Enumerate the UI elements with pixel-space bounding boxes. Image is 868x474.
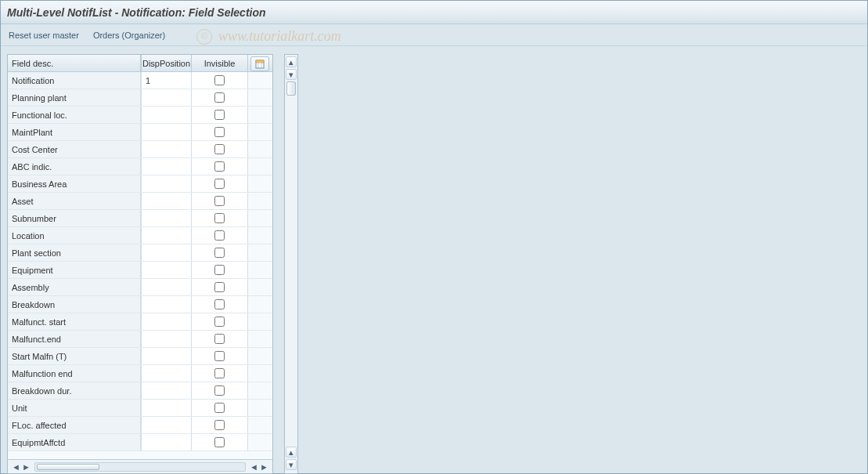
table-row[interactable]: Breakdown dur. xyxy=(8,382,272,400)
vertical-scrollbar[interactable]: ▴ ▾ ▴ ▾ xyxy=(284,54,298,474)
invisible-checkbox[interactable] xyxy=(214,282,225,292)
invisible-checkbox[interactable] xyxy=(214,144,225,154)
table-row[interactable]: Cost Center xyxy=(8,141,272,158)
invisible-checkbox[interactable] xyxy=(214,110,225,120)
table-row[interactable]: Unit xyxy=(8,400,272,417)
scroll-down-top-button[interactable]: ▾ xyxy=(286,69,297,80)
table-row[interactable]: Business Area xyxy=(8,175,272,193)
field-desc-cell[interactable]: Malfunct. start xyxy=(8,313,141,330)
table-row[interactable]: Equipment xyxy=(8,262,272,279)
field-desc-cell[interactable]: Breakdown xyxy=(8,296,141,313)
field-desc-cell[interactable]: Functional loc. xyxy=(8,107,141,123)
disp-position-cell[interactable] xyxy=(141,262,192,278)
invisible-checkbox[interactable] xyxy=(214,420,225,430)
field-desc-cell[interactable]: ABC indic. xyxy=(8,158,141,175)
disp-position-cell[interactable]: 1 xyxy=(141,72,192,89)
disp-position-cell[interactable] xyxy=(141,365,192,382)
field-desc-cell[interactable]: Malfunct.end xyxy=(8,331,141,347)
table-row[interactable]: Asset xyxy=(8,193,272,210)
field-desc-cell[interactable]: Equipment xyxy=(8,262,141,278)
field-desc-cell[interactable]: Unit xyxy=(8,400,141,416)
field-desc-cell[interactable]: FLoc. affected xyxy=(8,417,141,433)
disp-position-cell[interactable] xyxy=(141,193,192,209)
disp-position-cell[interactable] xyxy=(141,124,192,140)
invisible-checkbox[interactable] xyxy=(214,368,225,378)
invisible-checkbox[interactable] xyxy=(214,92,225,103)
disp-position-cell[interactable] xyxy=(141,417,192,433)
table-row[interactable]: Start Malfn (T) xyxy=(8,348,272,365)
invisible-checkbox[interactable] xyxy=(214,127,225,137)
table-row[interactable]: Functional loc. xyxy=(8,107,272,124)
field-desc-cell[interactable]: MaintPlant xyxy=(8,124,141,140)
scroll-up-bottom-button[interactable]: ▴ xyxy=(286,447,297,458)
h-scroll-track[interactable] xyxy=(34,462,246,472)
disp-position-cell[interactable] xyxy=(141,348,192,364)
field-desc-cell[interactable]: Plant section xyxy=(8,244,141,261)
col-header-field-desc[interactable]: Field desc. xyxy=(8,55,141,71)
disp-position-cell[interactable] xyxy=(141,382,192,399)
reset-user-master-button[interactable]: Reset user master xyxy=(9,31,79,40)
scroll-right-button[interactable]: ► xyxy=(259,461,269,472)
field-desc-cell[interactable]: Planning plant xyxy=(8,89,141,106)
scroll-right-inner-button[interactable]: ► xyxy=(21,461,31,472)
col-header-disp-position[interactable]: DispPosition xyxy=(141,55,192,71)
invisible-checkbox[interactable] xyxy=(214,265,225,275)
invisible-checkbox[interactable] xyxy=(214,75,225,85)
field-desc-cell[interactable]: Assembly xyxy=(8,279,141,295)
table-row[interactable]: MaintPlant xyxy=(8,124,272,141)
disp-position-cell[interactable] xyxy=(141,210,192,226)
invisible-checkbox[interactable] xyxy=(214,196,225,206)
disp-position-cell[interactable] xyxy=(141,296,192,313)
orders-organizer-button[interactable]: Orders (Organizer) xyxy=(93,31,165,40)
field-desc-cell[interactable]: Cost Center xyxy=(8,141,141,157)
field-desc-cell[interactable]: Malfunction end xyxy=(8,365,141,382)
table-row[interactable]: FLoc. affected xyxy=(8,417,272,434)
table-row[interactable]: Subnumber xyxy=(8,210,272,227)
field-desc-cell[interactable]: Notification xyxy=(8,72,141,89)
scroll-down-button[interactable]: ▾ xyxy=(286,459,297,470)
v-scroll-track[interactable] xyxy=(286,81,297,447)
disp-position-cell[interactable] xyxy=(141,107,192,123)
table-row[interactable]: Breakdown xyxy=(8,296,272,313)
invisible-checkbox[interactable] xyxy=(214,317,225,327)
invisible-checkbox[interactable] xyxy=(214,299,225,309)
horizontal-scrollbar[interactable]: ◄ ► ◄ ► xyxy=(8,459,272,473)
scroll-left-end-button[interactable]: ◄ xyxy=(249,461,259,472)
disp-position-cell[interactable] xyxy=(141,400,192,416)
field-desc-cell[interactable]: Business Area xyxy=(8,175,141,192)
col-header-invisible[interactable]: Invisible xyxy=(192,55,248,71)
scroll-up-button[interactable]: ▴ xyxy=(286,56,297,67)
table-row[interactable]: Malfunct.end xyxy=(8,331,272,348)
table-config-button[interactable] xyxy=(250,56,269,71)
invisible-checkbox[interactable] xyxy=(214,437,225,447)
invisible-checkbox[interactable] xyxy=(214,334,225,344)
field-desc-cell[interactable]: Start Malfn (T) xyxy=(8,348,141,364)
disp-position-cell[interactable] xyxy=(141,331,192,347)
invisible-checkbox[interactable] xyxy=(214,385,225,396)
disp-position-cell[interactable] xyxy=(141,313,192,330)
disp-position-cell[interactable] xyxy=(141,244,192,261)
v-scroll-thumb[interactable] xyxy=(286,81,296,96)
invisible-checkbox[interactable] xyxy=(214,213,225,223)
table-row[interactable]: Plant section xyxy=(8,244,272,262)
field-desc-cell[interactable]: Subnumber xyxy=(8,210,141,226)
table-row[interactable]: Notification1 xyxy=(8,72,272,89)
scroll-left-button[interactable]: ◄ xyxy=(11,461,21,472)
table-row[interactable]: Malfunct. start xyxy=(8,313,272,331)
field-desc-cell[interactable]: Asset xyxy=(8,193,141,209)
table-row[interactable]: Location xyxy=(8,227,272,244)
disp-position-cell[interactable] xyxy=(141,434,192,450)
table-row[interactable]: Assembly xyxy=(8,279,272,296)
disp-position-cell[interactable] xyxy=(141,141,192,157)
table-row[interactable]: EquipmtAffctd xyxy=(8,434,272,451)
table-row[interactable]: Malfunction end xyxy=(8,365,272,382)
h-scroll-thumb[interactable] xyxy=(37,464,99,470)
disp-position-cell[interactable] xyxy=(141,175,192,192)
invisible-checkbox[interactable] xyxy=(214,230,225,241)
disp-position-cell[interactable] xyxy=(141,158,192,175)
disp-position-cell[interactable] xyxy=(141,227,192,244)
invisible-checkbox[interactable] xyxy=(214,248,225,258)
field-desc-cell[interactable]: EquipmtAffctd xyxy=(8,434,141,450)
disp-position-cell[interactable] xyxy=(141,279,192,295)
invisible-checkbox[interactable] xyxy=(214,351,225,361)
